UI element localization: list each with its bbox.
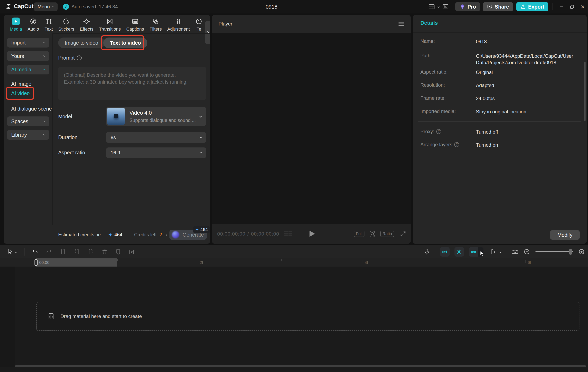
detail-label-frame-rate: Frame rate: — [420, 95, 446, 101]
divider — [52, 33, 210, 34]
layout-icon[interactable] — [427, 3, 437, 10]
timeline-zoom-slider[interactable] — [535, 251, 573, 252]
undo-icon[interactable] — [32, 249, 38, 255]
chevron-down-icon[interactable] — [15, 251, 17, 253]
share-button[interactable]: Share — [483, 2, 513, 11]
timeline-ruler[interactable]: 00:00 2f 4f 6f — [0, 258, 588, 267]
play-icon[interactable] — [310, 231, 315, 237]
split-icon[interactable] — [60, 249, 66, 255]
detail-label-aspect-ratio: Aspect ratio: — [420, 69, 448, 75]
info-icon[interactable]: i — [77, 55, 82, 60]
record-voiceover-icon[interactable] — [424, 248, 430, 255]
details-panel: Details Name: 0918 Path: C:/Users/93444/… — [413, 15, 587, 244]
detail-value-aspect-ratio: Original — [476, 69, 579, 76]
detail-value-frame-rate: 24.00fps — [476, 95, 579, 102]
split-delete-right-icon[interactable] — [87, 249, 94, 255]
tab-transitions[interactable]: Transitions — [99, 15, 121, 34]
timeline-horizontal-scrollbar[interactable] — [15, 365, 586, 367]
app-logo: CapCut — [5, 3, 33, 10]
mark-icon[interactable] — [115, 249, 121, 255]
help-icon[interactable]: ? — [454, 142, 459, 147]
export-button[interactable]: Export — [516, 2, 548, 11]
menu-label: Menu — [38, 4, 50, 10]
redo-icon[interactable] — [46, 249, 52, 255]
tab-effects[interactable]: Effects — [80, 15, 94, 34]
credit-diamond-icon — [195, 228, 199, 231]
duration-value: 8s — [111, 135, 116, 140]
modify-button[interactable]: Modify — [550, 230, 580, 240]
player-title: Player — [219, 21, 232, 27]
expand-tabs-button[interactable] — [205, 21, 210, 44]
sidebar-item-ai-dialogue-scene[interactable]: AI dialogue scene — [7, 104, 52, 113]
tab-text[interactable]: Text — [44, 15, 53, 34]
sidebar-item-ai-media[interactable]: AI media — [7, 65, 49, 74]
player-header: Player — [212, 15, 411, 33]
tab-captions[interactable]: Captions — [126, 15, 144, 34]
generate-button[interactable]: Generate 464 — [169, 230, 207, 240]
menu-button[interactable]: Menu — [34, 2, 58, 11]
split-delete-left-icon[interactable] — [74, 249, 80, 255]
aspect-ratio-select[interactable]: 16:9 — [106, 147, 206, 158]
pro-button[interactable]: Pro — [455, 2, 480, 11]
generate-credits-badge: 464 — [193, 226, 210, 233]
tab-filters[interactable]: Filters — [149, 15, 162, 34]
maximize-button[interactable] — [567, 0, 578, 13]
annotation-box-text-to-video — [101, 35, 144, 50]
panel-layout-icon[interactable] — [441, 3, 450, 10]
tab-adjustment[interactable]: Adjustment — [167, 15, 190, 34]
prompt-input[interactable] — [58, 67, 206, 100]
sidebar-item-spaces[interactable]: Spaces — [7, 116, 49, 126]
tab-audio[interactable]: Audio — [28, 15, 39, 34]
timeline-dropzone[interactable]: Drag material here and start to create — [36, 302, 579, 331]
zoom-slider-handle[interactable] — [569, 249, 572, 255]
divider — [36, 267, 36, 367]
tab-stickers[interactable]: Stickers — [58, 15, 74, 34]
project-title: 0918 — [247, 0, 296, 13]
minimize-button[interactable]: − — [556, 0, 567, 13]
help-icon[interactable]: ? — [436, 129, 441, 134]
chevron-down-icon — [200, 136, 202, 138]
close-button[interactable]: × — [578, 0, 588, 13]
sidebar-item-yours[interactable]: Yours — [7, 51, 49, 61]
detail-label-name: Name: — [420, 38, 435, 44]
chevron-right-icon[interactable] — [165, 233, 167, 236]
divider — [413, 225, 587, 225]
full-button[interactable]: Full — [354, 231, 364, 237]
model-select[interactable]: Video 4.0 Supports dialogue and sound ..… — [106, 107, 206, 126]
tab-templates-truncated[interactable]: Te — [195, 15, 202, 34]
duration-label: Duration — [58, 134, 78, 140]
zoom-in-icon[interactable] — [578, 248, 585, 255]
auto-snapping-toggle[interactable] — [454, 247, 464, 257]
preview-axis-icon[interactable] — [490, 249, 501, 255]
estimated-credits-value: 464 — [115, 232, 122, 238]
sidebar-item-library[interactable]: Library — [7, 130, 49, 140]
fit-zoom-icon[interactable] — [369, 231, 376, 237]
export-frame-icon[interactable] — [129, 249, 135, 255]
player-menu-icon[interactable] — [398, 22, 404, 26]
chevron-down-icon[interactable] — [499, 251, 501, 253]
ratio-button[interactable]: Ratio — [380, 231, 394, 237]
capcut-window: CapCut Menu ✓ Auto saved: 17:46:34 0918 — [0, 0, 588, 372]
fullscreen-icon[interactable] — [400, 231, 406, 237]
export-label: Export — [528, 4, 544, 10]
zoom-out-icon[interactable] — [524, 248, 530, 255]
adapt-timeline-icon[interactable] — [511, 248, 519, 255]
chevron-down-icon[interactable] — [437, 6, 440, 8]
frame-view-grid-icon[interactable] — [284, 230, 292, 238]
tab-image-to-video[interactable]: Image to video — [58, 38, 105, 48]
tab-media[interactable]: Media — [10, 15, 22, 34]
delete-icon[interactable] — [101, 249, 108, 255]
playhead-handle[interactable] — [34, 259, 38, 266]
magnetic-snap-toggle[interactable] — [440, 247, 450, 257]
details-scrollbar[interactable] — [584, 62, 586, 121]
filters-icon — [152, 17, 159, 26]
ruler-tick — [445, 259, 445, 261]
sidebar-item-import[interactable]: Import — [7, 38, 49, 48]
aspect-ratio-value: 16:9 — [111, 150, 120, 156]
select-cursor-icon[interactable] — [7, 249, 17, 255]
duration-select[interactable]: 8s — [106, 132, 206, 143]
pro-gem-icon — [459, 4, 465, 10]
chevron-down-icon — [43, 120, 45, 122]
ruler-mark-6f: 6f — [525, 258, 531, 267]
text-icon — [45, 17, 52, 26]
